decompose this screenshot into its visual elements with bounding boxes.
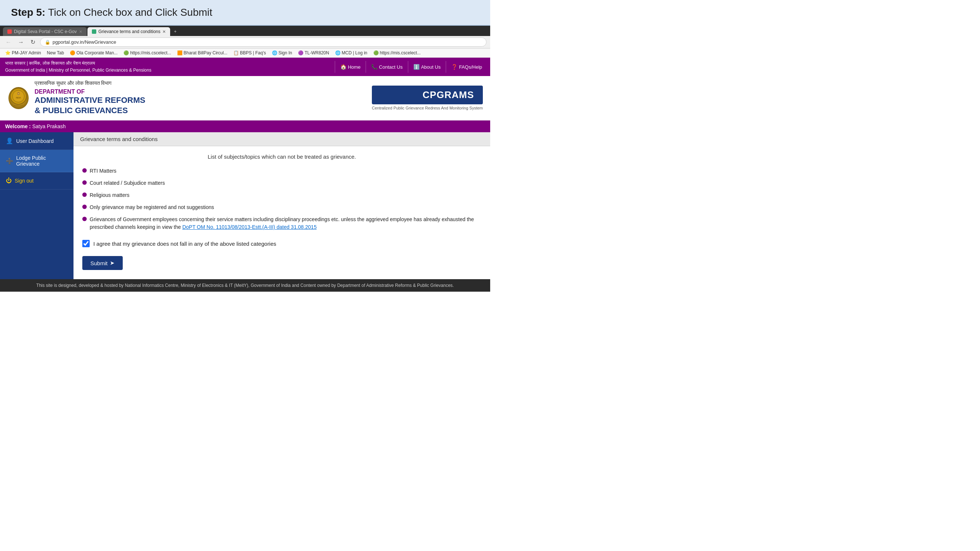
- bookmark-pmjay[interactable]: ⭐ PM-JAY Admin: [3, 49, 43, 56]
- url-text: pgportal.gov.in/NewGrievance: [52, 39, 116, 45]
- sidebar-item-dashboard[interactable]: 👤 User Dashboard: [0, 132, 73, 150]
- bookmark-ola[interactable]: 🟠 Ola Corporate Man...: [68, 49, 120, 56]
- bookmark-signin[interactable]: 🌐 Sign In: [270, 49, 294, 56]
- agree-checkbox[interactable]: [82, 240, 90, 247]
- bookmark-mcd-icon: 🌐: [335, 50, 340, 56]
- list-item: Court related / Subjudice matters: [82, 179, 481, 187]
- sidebar-lodge-label: Lodge Public Grievance: [16, 155, 68, 167]
- bullet-text: Religious matters: [90, 191, 129, 199]
- footer-text: This site is designed, developed & hoste…: [37, 283, 454, 288]
- tab-1[interactable]: Digital Seva Portal - CSC e-Gov ✕: [3, 27, 87, 36]
- agree-row: I agree that my grievance does not fall …: [82, 240, 481, 247]
- url-input[interactable]: 🔒 pgportal.gov.in/NewGrievance: [40, 38, 487, 47]
- footer: This site is designed, developed & hoste…: [0, 279, 490, 292]
- list-item: Grievances of Government employees conce…: [82, 216, 481, 231]
- bullet-list: RTI Matters Court related / Subjudice ma…: [82, 167, 481, 231]
- bookmark-ola-icon: 🟠: [70, 50, 75, 56]
- list-item: RTI Matters: [82, 167, 481, 175]
- dashboard-icon: 👤: [6, 137, 13, 144]
- bullet-dot: [82, 192, 87, 197]
- new-tab-button[interactable]: +: [171, 27, 179, 36]
- bookmark-mcd[interactable]: 🌐 MCD | Log in: [333, 49, 370, 56]
- nav-about-label: About Us: [421, 64, 441, 70]
- list-item: Religious matters: [82, 191, 481, 199]
- bullet-dot: [82, 180, 87, 185]
- dept-hindi: प्रशासनिक सुधार और लोक शिकायत विभाग: [35, 80, 145, 87]
- refresh-button[interactable]: ↻: [29, 38, 37, 46]
- bookmark-pmjay-label: PM-JAY Admin: [12, 50, 41, 56]
- gov-header-english: Government of India | Ministry of Person…: [5, 67, 151, 74]
- gov-header: भारत सरकार | कार्मिक, लोक शिकायत और पेंश…: [0, 58, 490, 76]
- nav-home[interactable]: 🏠 Home: [335, 61, 366, 73]
- contact-icon: 📞: [371, 64, 377, 70]
- lodge-icon: ➕: [6, 157, 13, 165]
- tab1-label: Digital Seva Portal - CSC e-Gov: [14, 29, 77, 34]
- bookmark-newtab[interactable]: New Tab: [45, 49, 66, 56]
- topics-header: List of subjects/topics which can not be…: [82, 154, 481, 160]
- bullet-text: RTI Matters: [90, 167, 116, 175]
- sidebar-item-lodge[interactable]: ➕ Lodge Public Grievance: [0, 150, 73, 172]
- submit-button[interactable]: Submit ➤: [82, 256, 123, 270]
- welcome-bar: Welcome : Satya Prakash: [0, 121, 490, 132]
- dept-en-dept: DEPARTMENT OF: [35, 88, 145, 96]
- bullet-dot: [82, 168, 87, 173]
- bookmark-bharat-label: Bharat BillPay Circul...: [184, 50, 228, 56]
- tab2-favicon: [92, 29, 96, 34]
- tab2-label: Grievance terms and conditions: [99, 29, 161, 34]
- nav-contact-label: Contact Us: [379, 64, 402, 70]
- tab1-close[interactable]: ✕: [79, 29, 82, 34]
- dopt-link[interactable]: DoPT OM No. 11013/08/2013-Estt.(A-III) d…: [182, 224, 317, 230]
- main-layout: 👤 User Dashboard ➕ Lodge Public Grievanc…: [0, 132, 490, 279]
- dept-en-admin: ADMINISTRATIVE REFORMS: [35, 96, 145, 105]
- nav-contact[interactable]: 📞 Contact Us: [366, 61, 407, 73]
- bookmark-tl[interactable]: 🟣 TL-WR820N: [296, 49, 331, 56]
- gov-nav: 🏠 Home 📞 Contact Us ℹ️ About Us ❓ FAQs/H…: [335, 61, 490, 73]
- submit-label: Submit: [91, 260, 108, 266]
- gov-header-hindi: भारत सरकार | कार्मिक, लोक शिकायत और पेंश…: [5, 60, 151, 67]
- nav-home-label: Home: [348, 64, 361, 70]
- bookmark-tl-label: TL-WR820N: [305, 50, 329, 56]
- bookmark-mis2[interactable]: 🟢 https://mis.cscelect...: [371, 49, 423, 56]
- bookmark-bharat[interactable]: 🟧 Bharat BillPay Circul...: [175, 49, 230, 56]
- cpgrams-sub: Centralized Public Grievance Redress And…: [372, 106, 483, 110]
- welcome-prefix: Welcome :: [5, 124, 32, 129]
- home-icon: 🏠: [340, 64, 347, 70]
- svg-text:🦁: 🦁: [16, 92, 20, 95]
- dept-header: 🦁 INDIA सत्यमेव जयते प्रशासनिक सुधार और …: [0, 76, 490, 121]
- about-icon: ℹ️: [414, 64, 420, 70]
- nav-faqs[interactable]: ❓ FAQs/Help: [446, 61, 487, 73]
- content-body: List of subjects/topics which can not be…: [73, 146, 490, 277]
- dept-text: प्रशासनिक सुधार और लोक शिकायत विभाग DEPA…: [35, 80, 145, 116]
- content-area: Grievance terms and conditions List of s…: [73, 132, 490, 279]
- cpgrams-logo: CPGRAMS: [372, 86, 483, 104]
- bookmark-mis1[interactable]: 🟢 https://mis.cscelect...: [121, 49, 173, 56]
- tab1-favicon: [7, 29, 12, 34]
- forward-button[interactable]: →: [16, 38, 26, 46]
- nav-about[interactable]: ℹ️ About Us: [408, 61, 446, 73]
- signout-icon: ⏻: [6, 178, 12, 184]
- bookmark-mis2-icon: 🟢: [373, 50, 379, 56]
- bookmark-signin-label: Sign In: [278, 50, 292, 56]
- tab-2[interactable]: Grievance terms and conditions ✕: [88, 27, 170, 36]
- nav-faqs-label: FAQs/Help: [459, 64, 482, 70]
- agree-label: I agree that my grievance does not fall …: [93, 241, 276, 247]
- tab2-close[interactable]: ✕: [162, 29, 166, 34]
- bookmark-bbps-label: BBPS | Faq's: [240, 50, 266, 56]
- sidebar-item-signout[interactable]: ⏻ Sign out: [0, 172, 73, 189]
- sidebar-signout-label: Sign out: [15, 178, 33, 184]
- dept-en-pub: & PUBLIC GRIEVANCES: [35, 105, 145, 116]
- back-button[interactable]: ←: [4, 38, 13, 46]
- sidebar: 👤 User Dashboard ➕ Lodge Public Grievanc…: [0, 132, 73, 279]
- bookmark-newtab-label: New Tab: [47, 50, 64, 56]
- submit-arrow-icon: ➤: [110, 260, 115, 266]
- content-title: Grievance terms and conditions: [73, 132, 490, 146]
- bookmarks-bar: ⭐ PM-JAY Admin New Tab 🟠 Ola Corporate M…: [0, 49, 490, 58]
- cpgrams-box: CPGRAMS Centralized Public Grievance Red…: [372, 86, 483, 110]
- bullet-text: Only grievance may be registered and not…: [90, 203, 214, 211]
- bullet-text: Grievances of Government employees conce…: [90, 216, 481, 231]
- welcome-user: Satya Prakash: [32, 124, 66, 129]
- bookmark-bbps[interactable]: 📋 BBPS | Faq's: [231, 49, 268, 56]
- bullet-dot: [82, 205, 87, 209]
- faqs-icon: ❓: [451, 64, 458, 70]
- bookmark-bbps-icon: 📋: [233, 50, 239, 56]
